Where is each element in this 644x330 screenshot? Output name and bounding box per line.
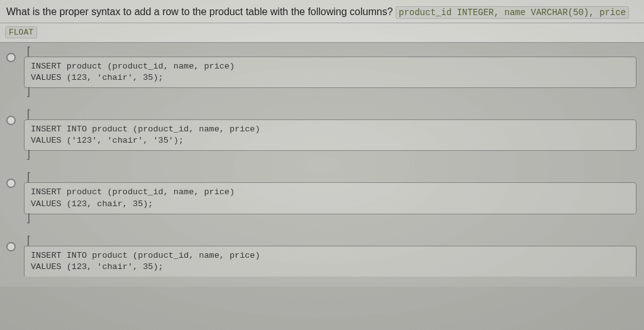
bracket-close-icon: ⌋ [24,216,640,222]
option-b-code: INSERT INTO product (product_id, name, p… [24,119,636,151]
radio-a[interactable] [6,53,16,62]
trailing-type-row: FLOAT [0,23,644,43]
bracket-close-icon: ⌋ [24,89,640,96]
question-text: What is the proper syntax to add a row t… [6,6,393,17]
option-d[interactable]: ⌈ INSERT INTO product (product_id, name,… [4,238,640,278]
option-a-code: INSERT product (product_id, name, price)… [24,57,636,88]
bracket-open-icon: ⌈ [24,112,640,118]
question-prompt: What is the proper syntax to add a row t… [0,0,644,23]
bracket-open-icon: ⌈ [24,238,640,245]
bracket-open-icon: ⌈ [24,175,640,181]
columns-code: product_id INTEGER, name VARCHAR(50), pr… [396,6,629,19]
option-c-code: INSERT product (product_id, name, price)… [24,182,636,214]
bracket-close-icon: ⌋ [24,152,640,158]
option-d-code: INSERT INTO product (product_id, name, p… [24,246,636,277]
trailing-type-chip: FLOAT [5,26,37,38]
radio-b[interactable] [6,116,16,125]
options-list: ⌈ INSERT product (product_id, name, pric… [0,43,644,287]
radio-c[interactable] [6,179,16,188]
option-b[interactable]: ⌈ INSERT INTO product (product_id, name,… [4,112,640,158]
option-c[interactable]: ⌈ INSERT product (product_id, name, pric… [4,175,640,221]
radio-d[interactable] [6,242,16,251]
bracket-open-icon: ⌈ [24,49,640,55]
option-a[interactable]: ⌈ INSERT product (product_id, name, pric… [4,49,640,96]
